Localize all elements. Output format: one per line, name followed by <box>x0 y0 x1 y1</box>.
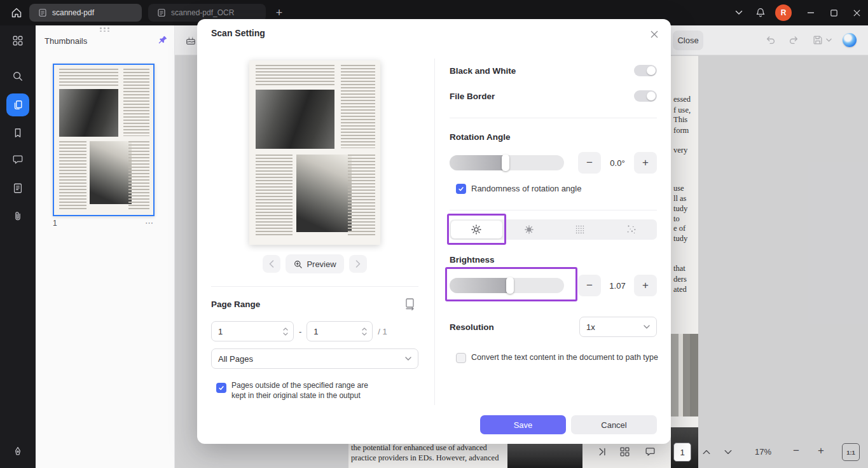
previous-page-button[interactable] <box>263 255 280 273</box>
comment-icon[interactable] <box>5 147 31 172</box>
expand-panel-icon[interactable] <box>597 446 608 457</box>
save-icon[interactable] <box>812 34 823 46</box>
maximize-button[interactable] <box>822 0 845 25</box>
page-scope-value: All Pages <box>218 354 253 364</box>
range-to-input[interactable] <box>313 327 362 336</box>
bell-icon[interactable] <box>750 0 771 25</box>
preview-button-label: Preview <box>307 259 336 269</box>
scan-setting-dialog: Scan Setting Preview Page Range - <box>197 19 671 444</box>
randomness-checkbox[interactable] <box>456 184 466 194</box>
resolution-label: Resolution <box>450 322 494 332</box>
file-border-label: File Border <box>450 92 495 101</box>
sun-icon <box>471 224 482 235</box>
attachment-icon[interactable] <box>5 203 31 229</box>
zoom-level[interactable]: 17% <box>755 447 771 457</box>
minimize-button[interactable] <box>799 0 822 25</box>
rotation-angle-label: Rotation Angle <box>450 132 511 142</box>
redo-icon[interactable] <box>788 34 799 46</box>
brightness-value: 1.07 <box>601 281 634 291</box>
black-white-toggle[interactable] <box>634 65 657 76</box>
range-from-field[interactable] <box>211 321 294 341</box>
window-close-button[interactable] <box>845 0 868 25</box>
tab-list-chevron-icon[interactable] <box>728 0 750 25</box>
document-text-fragment: ll as <box>673 194 686 203</box>
zoom-in-button[interactable]: + <box>818 445 824 457</box>
replace-page-icon[interactable] <box>404 298 417 310</box>
tab-scanned-pdf[interactable]: scanned-pdf <box>29 4 142 22</box>
fit-ratio-button[interactable]: 1:1 <box>842 443 860 461</box>
apps-grid-icon[interactable] <box>5 28 31 53</box>
rotation-plus-button[interactable]: + <box>634 152 657 174</box>
file-border-toggle[interactable] <box>634 90 657 102</box>
save-button[interactable]: Save <box>480 415 566 434</box>
status-bar: 1 17% − + 1:1 <box>175 443 868 462</box>
save-dropdown-chevron-icon[interactable] <box>826 38 832 42</box>
spinner-icon[interactable] <box>283 327 288 336</box>
left-toolbar <box>0 25 36 468</box>
page-total-label: / 1 <box>378 327 387 336</box>
brightness-slider[interactable] <box>450 278 564 293</box>
preview-button[interactable]: Preview <box>286 254 343 273</box>
page-thumbnail[interactable] <box>53 64 155 216</box>
cancel-button[interactable]: Cancel <box>571 415 657 434</box>
panel-drag-handle-icon[interactable] <box>100 27 110 32</box>
thumbnails-panel-icon[interactable] <box>6 93 29 116</box>
page-scope-dropdown[interactable]: All Pages <box>211 348 418 369</box>
page-thumbnails-icon[interactable] <box>619 446 630 457</box>
page-down-icon[interactable] <box>723 447 733 457</box>
resolution-value: 1x <box>586 322 595 332</box>
avatar[interactable]: R <box>775 4 792 21</box>
document-text-fragment: ated <box>673 285 687 294</box>
undo-icon[interactable] <box>765 34 776 46</box>
next-page-button[interactable] <box>349 255 367 273</box>
page-number-input[interactable]: 1 <box>673 443 691 462</box>
randomness-label: Randomness of rotation angle <box>471 183 581 194</box>
document-tab-icon <box>38 8 47 17</box>
home-icon[interactable] <box>4 0 29 25</box>
contrast-sun-icon <box>523 224 535 235</box>
document-text-fragment: tudy <box>673 204 687 214</box>
page-up-icon[interactable] <box>701 447 712 457</box>
contrast-option[interactable] <box>504 219 555 240</box>
chevron-down-icon <box>644 325 650 329</box>
document-photo-fragment <box>671 334 698 416</box>
document-text-fragment: ders <box>673 275 687 284</box>
range-from-input[interactable] <box>218 327 283 336</box>
adjustment-mode-tabs <box>450 219 657 240</box>
convert-to-path-label: Convert the text content in the document… <box>471 352 658 363</box>
range-to-field[interactable] <box>307 321 373 341</box>
brightness-plus-button[interactable]: + <box>634 275 657 296</box>
document-text-fragment: essed <box>673 95 691 104</box>
search-icon[interactable] <box>5 64 31 89</box>
close-scan-mode-button[interactable]: Close <box>673 31 703 50</box>
rotation-slider[interactable] <box>450 155 564 170</box>
signature-icon[interactable] <box>5 439 31 464</box>
document-text-fragment: e of <box>673 224 685 233</box>
convert-to-path-checkbox[interactable] <box>456 353 466 363</box>
keep-original-checkbox[interactable] <box>216 383 226 393</box>
black-white-label: Black and White <box>450 66 516 76</box>
dense-dots-icon <box>574 224 586 235</box>
dither-option[interactable] <box>555 219 606 240</box>
notes-icon[interactable] <box>5 176 31 201</box>
pin-icon[interactable] <box>156 35 168 46</box>
dialog-close-icon[interactable] <box>645 25 663 43</box>
range-dash: - <box>299 327 301 336</box>
document-text-fragment: f use, <box>673 106 691 115</box>
zoom-out-button[interactable]: − <box>793 445 799 457</box>
scan-preview-image <box>249 60 380 245</box>
document-text-fragment: tudy <box>673 234 687 244</box>
brightness-option[interactable] <box>451 221 502 238</box>
page-more-button[interactable]: ⋯ <box>145 218 154 228</box>
celebration-tool-icon[interactable] <box>185 34 196 46</box>
thumbnails-panel: Thumbnails 1 ⋯ <box>36 25 175 468</box>
rotation-minus-button[interactable]: − <box>578 152 601 174</box>
brightness-label: Brightness <box>450 255 495 265</box>
brightness-minus-button[interactable]: − <box>578 275 601 296</box>
resolution-dropdown[interactable]: 1x <box>579 317 657 337</box>
ai-assistant-icon[interactable] <box>843 33 857 47</box>
spinner-icon[interactable] <box>362 327 367 336</box>
comment-bubble-icon[interactable] <box>645 446 656 457</box>
bookmark-icon[interactable] <box>5 120 31 146</box>
noise-option[interactable] <box>606 219 658 240</box>
